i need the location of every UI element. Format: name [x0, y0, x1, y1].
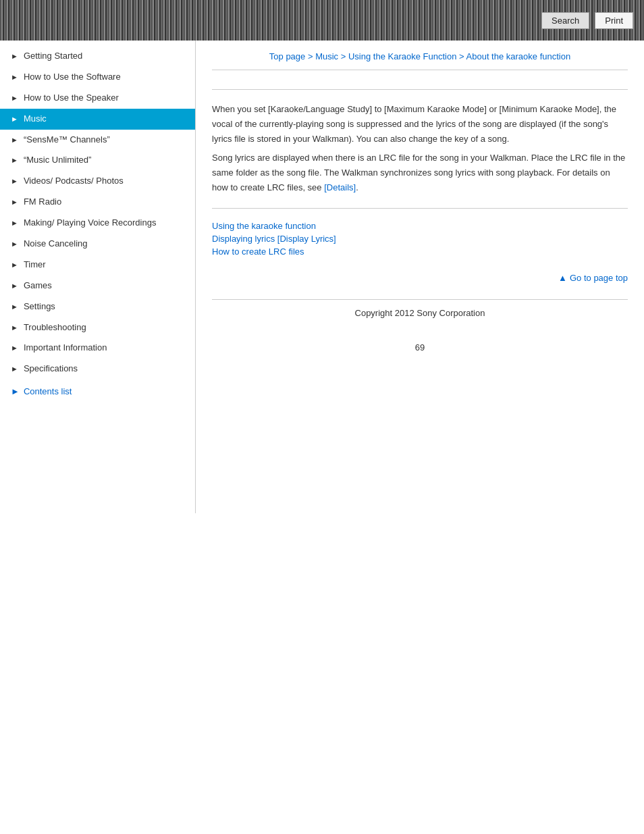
header-bar: Search Print: [0, 0, 644, 41]
contents-list-label: Contents list: [24, 386, 72, 396]
arrow-right-icon: ►: [11, 386, 20, 396]
sidebar-item-important-information[interactable]: ► Important Information: [0, 338, 195, 359]
body-paragraph-2: Song lyrics are displayed when there is …: [212, 151, 628, 195]
chevron-icon: ►: [11, 155, 18, 165]
breadcrumb-about-karaoke[interactable]: About the karaoke function: [466, 51, 571, 61]
sidebar-item-label: Important Information: [24, 342, 107, 354]
chevron-icon: ►: [11, 260, 18, 269]
sidebar-item-games[interactable]: ► Games: [0, 276, 195, 296]
links-section: Using the karaoke function Displaying ly…: [212, 221, 628, 257]
sidebar-item-noise-canceling[interactable]: ► Noise Canceling: [0, 234, 195, 255]
page-layout: ► Getting Started ► How to Use the Softw…: [0, 41, 644, 513]
sidebar-item-getting-started[interactable]: ► Getting Started: [0, 46, 195, 67]
sidebar-item-label: Videos/ Podcasts/ Photos: [24, 176, 124, 187]
breadcrumb-separator: >: [459, 51, 466, 61]
link-create-lrc[interactable]: How to create LRC files: [212, 246, 628, 257]
sidebar-item-label: Settings: [24, 301, 55, 313]
contents-list-link[interactable]: ► Contents list: [0, 380, 195, 403]
chevron-icon: ►: [11, 93, 18, 103]
sidebar-item-troubleshooting[interactable]: ► Troubleshooting: [0, 317, 195, 338]
breadcrumb-music[interactable]: Music: [315, 51, 338, 61]
main-content: Top page > Music > Using the Karaoke Fun…: [196, 41, 644, 513]
sidebar-item-label: “SensMe™ Channels”: [24, 134, 110, 146]
chevron-icon: ►: [11, 343, 18, 353]
sidebar: ► Getting Started ► How to Use the Softw…: [0, 41, 196, 513]
breadcrumb: Top page > Music > Using the Karaoke Fun…: [212, 41, 628, 70]
chevron-icon: ►: [11, 218, 18, 228]
chevron-icon: ►: [11, 72, 18, 82]
sidebar-item-videos-podcasts[interactable]: ► Videos/ Podcasts/ Photos: [0, 171, 195, 192]
sidebar-item-how-to-use-speaker[interactable]: ► How to Use the Speaker: [0, 88, 195, 109]
body-text: When you set [Karaoke/Language Study] to…: [212, 102, 628, 196]
go-to-top-link[interactable]: ▲Go to page top: [558, 273, 628, 283]
chevron-icon: ►: [11, 51, 18, 61]
chevron-icon: ►: [11, 323, 18, 332]
sidebar-item-music[interactable]: ► Music: [0, 109, 195, 130]
page-number: 69: [212, 326, 628, 358]
chevron-icon: ►: [11, 197, 18, 207]
link-using-karaoke[interactable]: Using the karaoke function: [212, 221, 628, 231]
go-to-top: ▲Go to page top: [212, 273, 628, 283]
sidebar-item-music-unlimited[interactable]: ► “Music Unlimited”: [0, 150, 195, 171]
print-button[interactable]: Print: [595, 12, 633, 29]
breadcrumb-separator: >: [341, 51, 348, 61]
section-divider: [212, 208, 628, 209]
sidebar-item-label: How to Use the Software: [24, 72, 121, 83]
breadcrumb-separator: >: [308, 51, 315, 61]
sidebar-item-label: Troubleshooting: [24, 322, 86, 334]
sidebar-item-specifications[interactable]: ► Specifications: [0, 359, 195, 380]
sidebar-item-label: Games: [24, 280, 52, 292]
copyright-text: Copyright 2012 Sony Corporation: [355, 308, 485, 318]
chevron-icon: ►: [11, 281, 18, 290]
sidebar-item-label: “Music Unlimited”: [24, 155, 91, 166]
link-displaying-lyrics[interactable]: Displaying lyrics [Display Lyrics]: [212, 234, 628, 244]
sidebar-item-how-to-use-software[interactable]: ► How to Use the Software: [0, 67, 195, 88]
sidebar-item-label: Noise Canceling: [24, 238, 88, 250]
footer: Copyright 2012 Sony Corporation: [212, 299, 628, 326]
sidebar-item-label: How to Use the Speaker: [24, 93, 119, 104]
sidebar-item-sensme[interactable]: ► “SensMe™ Channels”: [0, 130, 195, 151]
chevron-icon: ►: [11, 135, 18, 145]
chevron-icon: ►: [11, 176, 18, 186]
sidebar-item-label: Getting Started: [24, 51, 82, 62]
chevron-icon: ►: [11, 239, 18, 249]
breadcrumb-top-page[interactable]: Top page: [269, 51, 306, 61]
page-title-section: [212, 70, 628, 90]
sidebar-item-settings[interactable]: ► Settings: [0, 296, 195, 317]
go-to-top-label: Go to page top: [570, 273, 628, 283]
sidebar-item-making-playing[interactable]: ► Making/ Playing Voice Recordings: [0, 213, 195, 234]
breadcrumb-using-karaoke[interactable]: Using the Karaoke Function: [348, 51, 456, 61]
search-button[interactable]: Search: [541, 12, 589, 29]
chevron-icon: ►: [11, 114, 18, 124]
chevron-icon: ►: [11, 302, 18, 311]
body-paragraph-1: When you set [Karaoke/Language Study] to…: [212, 102, 628, 147]
sidebar-item-label: Music: [24, 113, 47, 125]
page-number-text: 69: [415, 342, 425, 353]
sidebar-item-fm-radio[interactable]: ► FM Radio: [0, 192, 195, 213]
sidebar-item-label: Specifications: [24, 363, 78, 375]
triangle-icon: ▲: [558, 273, 567, 283]
sidebar-item-timer[interactable]: ► Timer: [0, 255, 195, 276]
chevron-icon: ►: [11, 364, 18, 373]
sidebar-item-label: Making/ Playing Voice Recordings: [24, 217, 157, 229]
sidebar-item-label: Timer: [24, 259, 46, 271]
details-link[interactable]: [Details]: [324, 182, 356, 192]
sidebar-item-label: FM Radio: [24, 197, 61, 208]
